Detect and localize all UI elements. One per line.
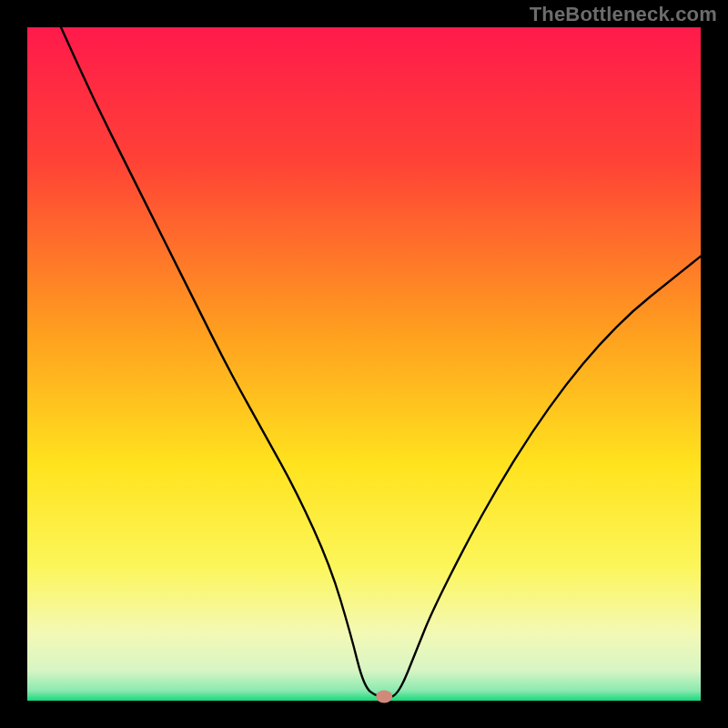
optimum-marker <box>376 691 392 703</box>
bottleneck-chart <box>0 0 728 728</box>
watermark-label: TheBottleneck.com <box>530 3 717 26</box>
plot-background <box>27 27 701 701</box>
chart-frame: TheBottleneck.com <box>0 0 728 728</box>
